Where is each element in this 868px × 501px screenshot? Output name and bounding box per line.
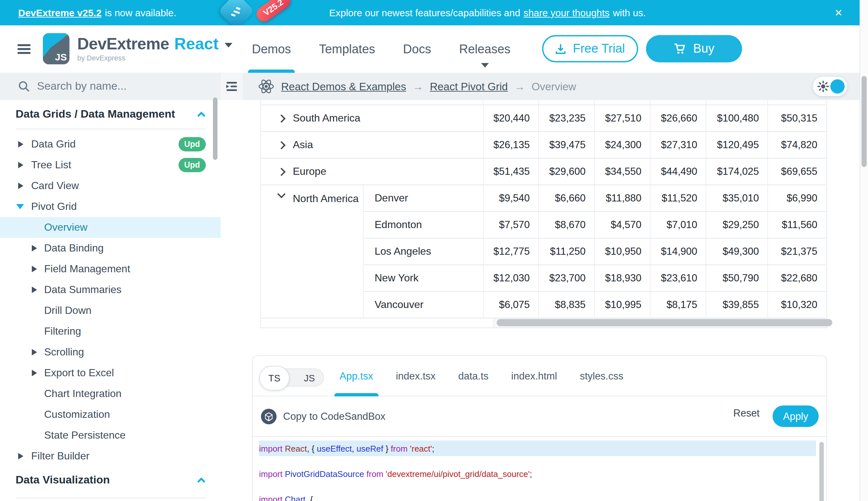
banner-center-pre: Explore our newest features/capabilities… [329,7,520,18]
collapse-row-icon[interactable] [277,190,285,198]
sidebar-item-data-binding[interactable]: Data Binding [0,238,221,259]
sidebar-item-card-view[interactable]: Card View [0,175,221,196]
sidebar-item-state-persistence[interactable]: State Persistence [0,425,221,446]
pivot-value-cell: $23,610 [650,265,706,292]
chevron-down-icon [481,63,488,67]
pivot-value-cell: $24,300 [594,132,650,159]
sidebar-item-label: Drill Down [44,305,91,317]
page-scrollbar-thumb[interactable] [861,76,867,167]
nav-item-templates[interactable]: Templates [319,25,375,73]
nav-item-docs[interactable]: Docs [403,25,431,73]
sidebar-item-label: State Persistence [44,429,125,441]
nav-item-releases[interactable]: Releases [459,25,510,73]
free-trial-button[interactable]: Free Trial [542,35,638,62]
code-tab-index-tsx[interactable]: index.tsx [396,356,435,396]
pivot-value-cell: $6,990 [767,185,826,212]
sun-icon [817,81,829,92]
pivot-city-cell: Edmonton [364,212,483,238]
pivot-value-cell: $23,235 [538,105,594,132]
breadcrumb-current: Overview [531,80,576,93]
pivot-value-cell: $8,175 [650,292,706,318]
pivot-value-cell: $10,950 [594,238,650,265]
expand-row-icon[interactable] [277,167,285,175]
nav-item-demos[interactable]: Demos [252,25,291,73]
pivot-value-cell: $11,560 [767,212,826,238]
section-data-grids[interactable]: Data Grids / Data Management [15,104,205,125]
sidebar-item-customization[interactable]: Customization [0,404,221,425]
expand-row-icon[interactable] [277,141,285,149]
sidebar-item-overview[interactable]: Overview [0,217,221,238]
sidebar-item-label: Filtering [44,326,81,337]
expand-row-icon[interactable] [277,114,285,122]
code-tab-App-tsx[interactable]: App.tsx [340,356,373,396]
pivot-city-cell: New York [364,265,483,292]
pivot-hscrollbar-thumb[interactable] [497,319,832,326]
language-js-option[interactable]: JS [304,369,315,387]
pivot-value-cell: $44,490 [650,159,706,185]
pivot-value-cell: $11,520 [650,185,706,212]
breadcrumb-demos-link[interactable]: React Demos & Examples [281,80,406,93]
version-pill-badge: V25.2 [253,0,293,24]
banner-close-icon[interactable]: ✕ [831,0,847,25]
language-ts-option[interactable]: TS [259,366,289,391]
main-nav: Demos Templates Docs Releases [252,25,510,73]
share-thoughts-link[interactable]: share your thoughts [524,7,609,18]
chevron-down-icon[interactable] [224,43,232,47]
banner-logo-art: V25.2 [214,0,299,25]
language-toggle[interactable]: TS JS [260,369,324,387]
demo-sidebar: Data Grids / Data Management Data GridUp… [0,100,221,501]
banner-version-link[interactable]: DevExtreme v25.2 [18,7,102,18]
sidebar-item-chart-integration[interactable]: Chart Integration [0,383,221,404]
sidebar-item-data-summaries[interactable]: Data Summaries [0,279,221,300]
code-editor[interactable]: import React, { useEffect, useRef } from… [253,437,826,501]
pivot-value-cell: $6,660 [538,185,594,212]
sidebar-scrollbar-thumb[interactable] [213,97,218,160]
pivot-region-row[interactable]: Asia [261,132,483,159]
sidebar-item-pivot-grid[interactable]: Pivot Grid [0,196,221,217]
pivot-value-cell: $12,775 [483,238,538,265]
pivot-value-cell: $27,510 [594,105,650,132]
devextreme-logo[interactable]: JS DevExtreme React by DevExpress [43,33,232,64]
sidebar-search [0,73,221,100]
breadcrumb-pivot-grid-link[interactable]: React Pivot Grid [430,80,508,93]
code-tab-index-html[interactable]: index.html [511,356,557,396]
pivot-value-cell: $10,995 [594,292,650,318]
sidebar-scrollbar [213,100,218,501]
theme-toggle[interactable] [813,77,847,96]
reset-button[interactable]: Reset [729,407,763,420]
sidebar-item-label: Overview [44,222,87,233]
sidebar-item-data-grid[interactable]: Data GridUpd [0,134,221,154]
triangle-right-icon [32,266,37,272]
code-tab-styles-css[interactable]: styles.css [580,356,623,396]
section-data-visualization[interactable]: Data Visualization [15,470,205,491]
pivot-value-cell: $7,010 [650,212,706,238]
framework-selector[interactable]: React [174,34,218,53]
search-input[interactable] [36,79,198,94]
sidebar-item-field-management[interactable]: Field Management [0,259,221,279]
pivot-value-cell: $11,250 [538,238,594,265]
sidebar-item-export-to-excel[interactable]: Export to Excel [0,363,221,383]
download-icon [556,43,567,54]
pivot-region-label: South America [293,113,360,124]
sidebar-item-filtering[interactable]: Filtering [0,321,221,342]
js-logo-icon: JS [43,33,69,64]
buy-button[interactable]: Buy [646,35,742,62]
sidebar-item-filter-builder[interactable]: Filter Builder [0,446,221,467]
collapse-sidebar-button[interactable] [221,73,243,100]
pivot-region-row-expanded[interactable]: North America [261,185,364,318]
sidebar-item-drill-down[interactable]: Drill Down [0,300,221,321]
pivot-region-row[interactable]: South America [261,105,483,132]
copy-to-codesandbox-button[interactable]: Copy to CodeSandBox [261,409,385,424]
pivot-value-cell: $120,495 [706,132,767,159]
pivot-value-cell: $51,435 [483,159,538,185]
sidebar-item-tree-list[interactable]: Tree ListUpd [0,154,221,175]
pivot-region-row[interactable]: Europe [261,159,483,185]
sidebar-item-scrolling[interactable]: Scrolling [0,342,221,363]
pivot-value-cell: $14,900 [650,238,706,265]
pivot-value-cell: $10,320 [767,292,826,318]
apply-button[interactable]: Apply [772,405,818,427]
code-tab-data-ts[interactable]: data.ts [458,356,488,396]
breadcrumb-bar: React Demos & Examples → React Pivot Gri… [221,73,859,100]
hamburger-menu-icon[interactable] [18,44,31,54]
cart-icon [673,43,686,55]
